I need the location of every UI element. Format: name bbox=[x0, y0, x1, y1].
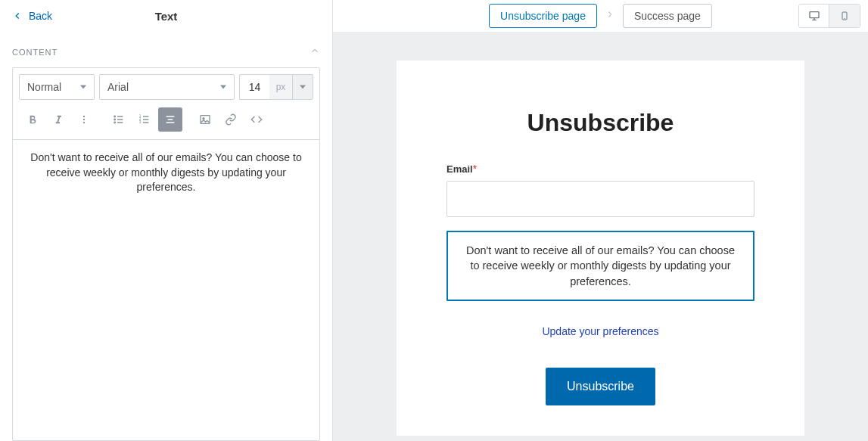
email-field-wrapper: Email* bbox=[446, 163, 754, 217]
svg-point-3 bbox=[114, 116, 116, 117]
back-label: Back bbox=[29, 10, 52, 22]
svg-point-19 bbox=[203, 118, 204, 120]
editor-toolbar-buttons: 123 bbox=[13, 104, 319, 139]
back-button[interactable]: Back bbox=[12, 10, 52, 22]
code-icon bbox=[250, 113, 263, 126]
svg-text:3: 3 bbox=[139, 120, 142, 124]
description-text-block[interactable]: Don't want to receive all of our emails?… bbox=[446, 231, 754, 301]
svg-point-1 bbox=[83, 119, 85, 120]
device-toggle bbox=[798, 4, 860, 28]
numbered-list-button[interactable]: 123 bbox=[132, 107, 157, 132]
font-size-stepper[interactable] bbox=[292, 74, 313, 100]
code-button[interactable] bbox=[244, 107, 269, 132]
more-button[interactable] bbox=[72, 107, 96, 132]
caret-down-icon bbox=[220, 84, 226, 90]
svg-point-0 bbox=[83, 116, 85, 117]
font-select[interactable]: Arial bbox=[99, 74, 235, 100]
form-title: Unsubscribe bbox=[446, 109, 754, 137]
panel-title: Text bbox=[155, 10, 178, 23]
format-select[interactable]: Normal bbox=[19, 74, 95, 100]
preview-panel: Unsubscribe page Success page Unsubscrib… bbox=[333, 0, 868, 441]
align-center-button[interactable] bbox=[158, 107, 182, 132]
svg-point-5 bbox=[114, 119, 116, 120]
italic-button[interactable] bbox=[46, 107, 70, 132]
email-input[interactable] bbox=[446, 181, 754, 217]
caret-down-icon bbox=[300, 84, 306, 90]
link-button[interactable] bbox=[219, 107, 243, 132]
preview-header: Unsubscribe page Success page bbox=[333, 0, 868, 32]
canvas-area: Unsubscribe Email* Don't want to receive… bbox=[333, 32, 868, 441]
content-section-label: CONTENT bbox=[12, 48, 58, 57]
chevron-up-icon bbox=[310, 45, 320, 58]
unsubscribe-button[interactable]: Unsubscribe bbox=[546, 368, 655, 405]
desktop-icon bbox=[807, 10, 821, 22]
email-label: Email bbox=[446, 163, 473, 175]
format-select-value: Normal bbox=[27, 81, 61, 93]
required-asterisk: * bbox=[473, 163, 477, 175]
image-button[interactable] bbox=[193, 107, 217, 132]
editor-sidebar: Back Text CONTENT Normal Arial bbox=[0, 0, 333, 441]
tab-success-page[interactable]: Success page bbox=[623, 4, 712, 28]
update-preferences-link[interactable]: Update your preferences bbox=[446, 325, 754, 337]
editor-toolbar-formats: Normal Arial px bbox=[13, 68, 319, 104]
svg-rect-20 bbox=[810, 11, 819, 17]
numbered-list-icon: 123 bbox=[138, 113, 151, 126]
arrow-left-icon bbox=[12, 11, 23, 21]
form-card: Unsubscribe Email* Don't want to receive… bbox=[397, 61, 804, 436]
content-section-header[interactable]: CONTENT bbox=[0, 32, 332, 64]
bold-button[interactable] bbox=[20, 107, 45, 132]
sidebar-header: Back Text bbox=[0, 0, 332, 32]
bold-icon bbox=[26, 113, 39, 126]
font-select-value: Arial bbox=[107, 81, 129, 93]
desktop-view-button[interactable] bbox=[799, 5, 829, 27]
font-size-group: px bbox=[239, 74, 313, 100]
italic-icon bbox=[52, 113, 64, 126]
mobile-view-button[interactable] bbox=[829, 5, 860, 27]
svg-point-2 bbox=[83, 122, 85, 123]
font-size-unit: px bbox=[269, 74, 292, 100]
font-size-input[interactable] bbox=[239, 74, 269, 100]
svg-point-7 bbox=[114, 122, 116, 123]
bullet-list-icon bbox=[113, 113, 125, 126]
editor-card: Normal Arial px bbox=[12, 67, 320, 441]
chevron-right-icon bbox=[605, 9, 615, 22]
image-icon bbox=[199, 113, 211, 126]
align-center-icon bbox=[164, 113, 176, 126]
page-tabs: Unsubscribe page Success page bbox=[489, 4, 712, 28]
caret-down-icon bbox=[80, 84, 86, 90]
editor-textarea[interactable]: Don't want to receive all of our emails?… bbox=[13, 139, 319, 440]
more-vertical-icon bbox=[79, 114, 89, 125]
tab-unsubscribe-page[interactable]: Unsubscribe page bbox=[489, 4, 597, 28]
mobile-icon bbox=[840, 9, 849, 23]
link-icon bbox=[225, 113, 237, 126]
bullet-list-button[interactable] bbox=[107, 107, 131, 132]
